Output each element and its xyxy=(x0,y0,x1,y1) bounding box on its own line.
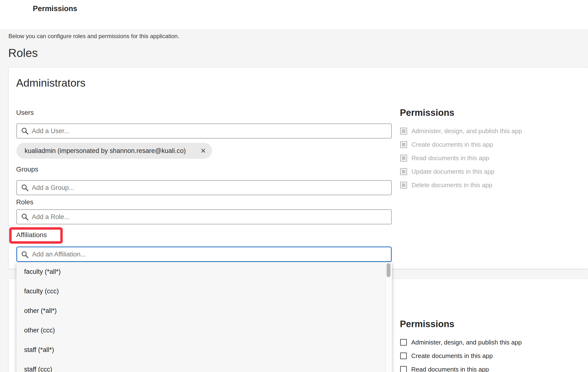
affiliation-option[interactable]: staff (ccc) xyxy=(16,360,385,372)
page-title: Permissions xyxy=(33,4,77,13)
permissions-list-title: Permissions xyxy=(400,319,454,329)
permission-row: Administer, design, and publish this app xyxy=(400,338,522,347)
role-card-title: Administrators xyxy=(16,77,86,89)
roles-section-title: Roles xyxy=(8,46,38,60)
roles-label: Roles xyxy=(16,198,33,206)
app-header: Permissions xyxy=(0,0,588,29)
add-affiliation-input[interactable] xyxy=(16,246,392,262)
user-chip[interactable]: kualiadmin (impersonated by shannon.resa… xyxy=(16,143,212,159)
checkbox-unchecked[interactable] xyxy=(400,339,407,346)
affiliation-dropdown: faculty (*all*) faculty (ccc) other (*al… xyxy=(16,262,392,372)
permissions-list-title: Permissions xyxy=(400,108,454,118)
permission-row: Read documents in this app xyxy=(400,364,489,372)
permission-row: Update documents in this app xyxy=(400,167,494,176)
add-group-input[interactable] xyxy=(16,180,392,195)
affiliation-option[interactable]: staff (*all*) xyxy=(16,340,385,360)
permissions-page: Permissions Below you can configure role… xyxy=(0,0,588,372)
users-label: Users xyxy=(16,109,34,117)
permission-row: Administer, design, and publish this app xyxy=(400,126,522,136)
checkbox-checked-disabled xyxy=(400,141,407,148)
add-user-input[interactable] xyxy=(16,124,392,138)
page-description: Below you can configure roles and permis… xyxy=(9,33,179,40)
administrators-role-card xyxy=(9,68,588,269)
dropdown-scrollbar-thumb[interactable] xyxy=(387,263,390,277)
affiliations-label: Affiliations xyxy=(16,231,47,239)
dropdown-scrollbar-track xyxy=(385,262,392,372)
permission-row: Delete documents in this app xyxy=(400,180,492,190)
permission-row: Read documents in this app xyxy=(400,153,489,163)
groups-label: Groups xyxy=(16,166,38,173)
affiliation-option[interactable]: other (ccc) xyxy=(16,321,385,340)
checkbox-unchecked[interactable] xyxy=(400,366,407,372)
affiliation-option[interactable]: faculty (*all*) xyxy=(16,262,385,282)
add-role-input[interactable] xyxy=(16,209,392,224)
checkbox-checked-disabled xyxy=(400,168,407,175)
user-chip-label: kualiadmin (impersonated by shannon.resa… xyxy=(25,147,186,155)
checkbox-checked-disabled xyxy=(400,182,407,189)
affiliation-option[interactable]: other (*all*) xyxy=(16,301,385,321)
chip-remove-icon[interactable]: × xyxy=(201,147,206,155)
checkbox-checked-disabled xyxy=(400,155,407,162)
permission-row: Create documents in this app xyxy=(400,140,493,149)
checkbox-checked-disabled xyxy=(400,128,407,135)
permission-row: Create documents in this app xyxy=(400,351,493,361)
affiliation-option[interactable]: faculty (ccc) xyxy=(16,282,385,301)
checkbox-unchecked[interactable] xyxy=(400,352,407,359)
